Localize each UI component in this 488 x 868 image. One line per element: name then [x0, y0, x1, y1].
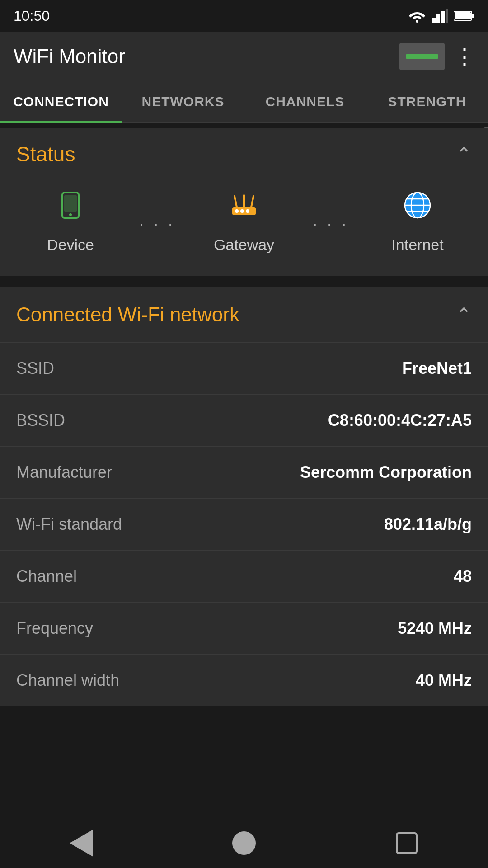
- bssid-label: BSSID: [16, 411, 65, 430]
- network-section: Connected Wi-Fi network ⌃ SSID FreeNet1 …: [0, 287, 488, 706]
- svg-line-12: [235, 196, 237, 207]
- internet-item: Internet: [363, 189, 472, 254]
- app-title: WiFi Monitor: [14, 45, 125, 68]
- bssid-row: BSSID C8:60:00:4C:27:A5: [0, 394, 488, 446]
- svg-point-17: [246, 209, 249, 213]
- tab-networks[interactable]: NETWORKS: [122, 81, 244, 122]
- separator-1: [0, 282, 488, 287]
- svg-point-16: [240, 209, 244, 213]
- network-section-title: Connected Wi-Fi network: [16, 303, 239, 326]
- svg-rect-3: [441, 11, 445, 23]
- bssid-value: C8:60:00:4C:27:A5: [328, 411, 472, 430]
- wifi-icon: [408, 9, 427, 23]
- battery-icon: [454, 9, 474, 22]
- svg-rect-6: [472, 14, 474, 18]
- status-time: 10:50: [14, 8, 50, 24]
- tab-strength[interactable]: STRENGTH: [366, 81, 488, 122]
- channel-width-value: 40 MHz: [416, 671, 472, 690]
- dots-2: · · ·: [298, 210, 363, 233]
- bottom-nav: [0, 818, 488, 868]
- ssid-label: SSID: [16, 359, 54, 378]
- home-icon: [232, 831, 256, 855]
- svg-rect-9: [64, 195, 77, 212]
- device-icon: [54, 189, 87, 229]
- manufacturer-row: Manufacturer Sercomm Corporation: [0, 446, 488, 498]
- manufacturer-value: Sercomm Corporation: [300, 463, 472, 482]
- svg-point-10: [69, 213, 72, 216]
- wifi-standard-label: Wi-Fi standard: [16, 515, 122, 534]
- gateway-label: Gateway: [214, 236, 274, 254]
- channel-width-row: Channel width 40 MHz: [0, 654, 488, 706]
- frequency-label: Frequency: [16, 619, 93, 638]
- tab-connection[interactable]: CONNECTION: [0, 81, 122, 122]
- status-section-header: Status ⌃: [0, 128, 488, 180]
- signal-icon: [432, 9, 448, 23]
- status-bar: 10:50: [0, 0, 488, 32]
- channel-value: 48: [454, 567, 472, 586]
- frequency-row: Frequency 5240 MHz: [0, 602, 488, 654]
- internet-label: Internet: [391, 236, 443, 254]
- dots-1: · · ·: [125, 210, 190, 233]
- network-section-header: Connected Wi-Fi network ⌃: [0, 287, 488, 342]
- ssid-row: SSID FreeNet1: [0, 342, 488, 394]
- status-title: Status: [16, 142, 75, 166]
- nav-home-button[interactable]: [226, 825, 262, 861]
- app-bar-actions: ⋮: [399, 43, 474, 70]
- gateway-icon: [228, 189, 260, 229]
- status-section: Status ⌃ Device · · ·: [0, 128, 488, 276]
- channel-row: Channel 48: [0, 550, 488, 602]
- back-icon: [70, 830, 93, 857]
- ssid-value: FreeNet1: [402, 359, 472, 378]
- more-button[interactable]: ⋮: [454, 44, 474, 69]
- status-icons-row: Device · · ·: [0, 180, 488, 276]
- main-content: Status ⌃ Device · · ·: [0, 128, 488, 756]
- signal-bar: [406, 54, 438, 59]
- app-bar: WiFi Monitor ⋮: [0, 32, 488, 81]
- svg-rect-2: [436, 14, 440, 23]
- nav-back-button[interactable]: [63, 825, 99, 861]
- frequency-value: 5240 MHz: [398, 619, 472, 638]
- channel-width-label: Channel width: [16, 671, 119, 690]
- internet-icon: [401, 189, 434, 229]
- svg-rect-1: [432, 18, 436, 23]
- svg-rect-4: [446, 9, 448, 23]
- wifi-standard-value: 802.11a/b/g: [384, 515, 472, 534]
- signal-button[interactable]: [399, 43, 445, 70]
- wifi-standard-row: Wi-Fi standard 802.11a/b/g: [0, 498, 488, 550]
- svg-point-0: [416, 20, 418, 23]
- svg-rect-7: [455, 12, 471, 19]
- tabs: CONNECTION NETWORKS CHANNELS STRENGTH: [0, 81, 488, 123]
- tab-channels[interactable]: CHANNELS: [244, 81, 366, 122]
- manufacturer-label: Manufacturer: [16, 463, 112, 482]
- device-label: Device: [47, 236, 94, 254]
- device-item: Device: [16, 189, 125, 254]
- network-collapse-button[interactable]: ⌃: [456, 304, 472, 326]
- svg-line-14: [251, 196, 253, 207]
- status-icons: [408, 9, 474, 23]
- channel-label: Channel: [16, 567, 77, 586]
- nav-recent-button[interactable]: [389, 825, 425, 861]
- status-collapse-button[interactable]: ⌃: [456, 143, 472, 165]
- svg-point-15: [235, 209, 239, 213]
- recent-icon: [396, 832, 418, 854]
- gateway-item: Gateway: [190, 189, 298, 254]
